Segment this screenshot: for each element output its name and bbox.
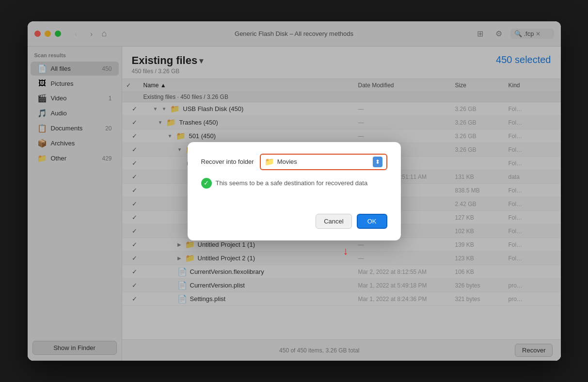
recover-into-label: Recover into folder bbox=[201, 158, 254, 165]
safe-text: This seems to be a safe destination for … bbox=[216, 179, 368, 187]
safe-check-icon: ✓ bbox=[201, 178, 212, 189]
folder-selector[interactable]: 📁 Movies ⬍ bbox=[260, 154, 387, 170]
folder-selector-icon: 📁 bbox=[265, 157, 274, 166]
safe-destination-message: ✓ This seems to be a safe destination fo… bbox=[201, 178, 387, 189]
modal-overlay: Recover into folder 📁 Movies ⬍ ✓ This se… bbox=[28, 21, 561, 361]
recover-dialog: Recover into folder 📁 Movies ⬍ ✓ This se… bbox=[188, 142, 401, 240]
ok-button[interactable]: OK bbox=[357, 214, 387, 229]
cancel-button[interactable]: Cancel bbox=[316, 214, 351, 229]
main-window: ‹ › ⌂ Generic Flash Disk – All recovery … bbox=[28, 21, 561, 361]
red-arrow-indicator: ↓ bbox=[162, 244, 349, 257]
folder-selector-name: Movies bbox=[277, 158, 370, 165]
modal-buttons: Cancel OK bbox=[201, 214, 387, 229]
folder-selector-row: Recover into folder 📁 Movies ⬍ bbox=[201, 154, 387, 170]
stepper-icon[interactable]: ⬍ bbox=[373, 157, 382, 167]
